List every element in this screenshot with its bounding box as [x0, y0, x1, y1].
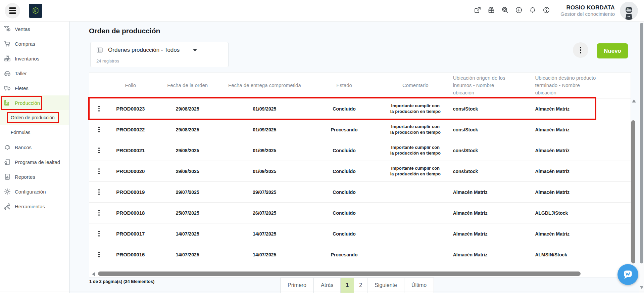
funnel-dollar-icon [3, 25, 12, 33]
search-icon [501, 6, 509, 15]
sidebar-subitem-formulas[interactable]: Fórmulas [0, 125, 69, 140]
pagination-primero-button[interactable]: Primero [280, 278, 314, 293]
page-bottom-edge [0, 292, 644, 292]
cell-ubicacion-destino: Almacén Matríz [531, 119, 631, 140]
piggy-bank-icon [3, 143, 12, 152]
sidebar-item-compras[interactable]: Compras [0, 36, 69, 51]
factory-icon [3, 98, 12, 107]
cell-folio: PROD00019 [109, 182, 152, 202]
sidebar-item-reportes[interactable]: Reportes [0, 169, 69, 184]
external-link-icon [474, 6, 482, 15]
sidebar-item-label: Taller [15, 71, 27, 76]
row-kebab-button[interactable] [97, 188, 101, 196]
row-kebab-button[interactable] [97, 104, 101, 113]
cell-estado: Concluido [306, 182, 382, 202]
gear-icon [3, 187, 12, 196]
page-scrollbar-thumb[interactable] [640, 23, 643, 263]
more-options-button[interactable] [573, 42, 588, 58]
table-scroll-up-arrow[interactable] [632, 99, 636, 102]
add-button[interactable] [514, 6, 523, 15]
record-count: 24 registros [96, 58, 119, 64]
sidebar-item-configuracion[interactable]: Configuración [0, 184, 69, 199]
cell-folio: PROD00017 [109, 223, 152, 244]
cell-comentario [382, 182, 449, 202]
row-kebab-button[interactable] [97, 229, 101, 238]
cell-folio: PROD00020 [109, 161, 152, 181]
cell-ubicacion-origen: cons/Stock [449, 98, 531, 119]
table-row-prod00018[interactable]: PROD0001825/07/202526/07/2025ConcluidoAl… [89, 203, 631, 223]
pagination: PrimeroAtrás12SiguienteÚltimo [281, 278, 434, 293]
sidebar-item-bancos[interactable]: Bancos [0, 140, 69, 155]
external-link-button[interactable] [473, 6, 482, 15]
table-row-prod00023[interactable]: PROD0002329/08/202501/09/2025ConcluidoIm… [89, 98, 631, 119]
table-row-prod00021[interactable]: PROD0002129/08/202501/09/2025ConcluidoIm… [89, 140, 631, 161]
pagination-siguiente-button[interactable]: Siguiente [367, 278, 404, 293]
cell-fecha-orden: 14/07/2025 [152, 244, 223, 265]
sidebar-item-label: Fletes [15, 85, 29, 91]
sidebar-item-inventarios[interactable]: Inventarios [0, 51, 69, 66]
help-chat-bubble-button[interactable] [617, 264, 638, 285]
sidebar-item-produccion[interactable]: Producción [0, 95, 69, 110]
pagination-summary: 1 de 2 página(s) (24 Elementos) [89, 279, 154, 284]
cell-estado: Procesando [306, 119, 382, 140]
page-scrollbar [639, 22, 644, 293]
view-selector-dropdown[interactable]: Órdenes producción - Todos 24 registros [90, 42, 229, 67]
row-kebab-button[interactable] [97, 209, 101, 217]
cell-estado: Concluido [306, 223, 382, 244]
sidebar-item-herramientas[interactable]: Herramientas [0, 199, 69, 214]
cell-ubicacion-destino: Almacén Matríz [531, 140, 631, 161]
cell-comentario: Importante cumplir con la producción en … [382, 140, 449, 161]
column-header-ubicacion-origen-de-los-insumos-nombre-ubicacion: Ubicación origen de los insumos - Nombre… [449, 74, 531, 96]
cell-ubicacion-destino: ALMSIN/Stock [531, 244, 631, 265]
help-button[interactable] [542, 6, 551, 15]
help-icon [542, 6, 550, 15]
table-row-prod00016[interactable]: PROD0001614/07/202514/07/2025ProcesandoA… [89, 244, 631, 265]
page-title: Orden de producción [89, 27, 160, 35]
hamburger-menu-button[interactable] [5, 3, 20, 18]
pagination-1-button[interactable]: 1 [340, 278, 354, 293]
sidebar-item-fletes[interactable]: Fletes [0, 81, 69, 95]
sidebar-item-label: Compras [15, 41, 35, 47]
table-scrollbar-thumb[interactable] [631, 120, 635, 263]
page-scroll-down-arrow[interactable] [640, 286, 643, 289]
sidebar-item-programa-de-lealtad[interactable]: Programa de lealtad [0, 155, 69, 169]
search-button[interactable] [501, 6, 509, 15]
gift-button[interactable] [487, 6, 496, 15]
cart-icon [3, 39, 12, 48]
pagination-2-button[interactable]: 2 [354, 278, 367, 293]
row-kebab-button[interactable] [97, 250, 101, 258]
cell-actions [89, 182, 109, 202]
row-kebab-button[interactable] [97, 167, 101, 175]
chat-logo-icon [621, 268, 635, 281]
sidebar-item-ventas[interactable]: Ventas [0, 22, 69, 36]
column-header-folio: Folio [109, 82, 152, 89]
cell-fecha-entrega: 14/07/2025 [223, 223, 307, 244]
table-row-prod00022[interactable]: PROD0002229/08/202501/09/2025ProcesandoI… [89, 119, 631, 140]
cell-comentario: Importante cumplir con la producción en … [382, 98, 449, 119]
hscroll-left-arrow[interactable] [92, 272, 95, 276]
sidebar-subitem-orden-de-produccion[interactable]: Orden de producción [0, 110, 69, 125]
sidebar-item-taller[interactable]: Taller [0, 66, 69, 81]
app-logo[interactable] [29, 4, 42, 18]
cell-actions [89, 244, 109, 265]
cell-actions [89, 203, 109, 223]
loyalty-icon [3, 158, 12, 166]
cell-actions [89, 119, 109, 140]
pagination-atras-button[interactable]: Atrás [313, 278, 341, 293]
row-kebab-button[interactable] [97, 125, 101, 133]
bell-button[interactable] [528, 6, 537, 15]
avatar[interactable] [620, 2, 638, 20]
cell-estado: Concluido [306, 140, 382, 161]
topbar-icon-group [473, 6, 551, 15]
row-kebab-button[interactable] [97, 146, 101, 154]
table-row-prod00020[interactable]: PROD0002029/08/202501/09/2025ConcluidoIm… [89, 161, 631, 182]
cell-folio: PROD00021 [109, 140, 152, 161]
table-row-prod00017[interactable]: PROD0001714/07/202514/07/2025ConcluidoAl… [89, 223, 631, 244]
cell-fecha-entrega: 26/07/2025 [223, 203, 307, 223]
main-content: Orden de producción Órdenes producción -… [69, 22, 639, 293]
pagination-ultimo-button[interactable]: Último [404, 278, 434, 293]
table-row-prod00019[interactable]: PROD0001929/07/202529/07/2025ConcluidoAl… [89, 182, 631, 203]
horizontal-scrollbar-thumb[interactable] [98, 271, 581, 276]
cell-fecha-orden: 14/07/2025 [152, 223, 223, 244]
new-button[interactable]: Nuevo [597, 43, 628, 58]
